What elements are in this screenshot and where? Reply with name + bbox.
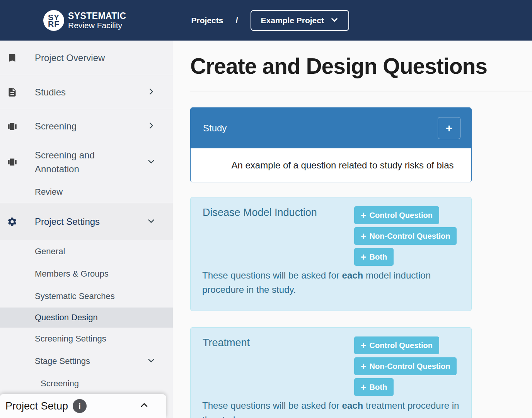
sidebar-item-label: Stage Settings	[35, 356, 90, 366]
sidebar-item-stage-settings[interactable]: Stage Settings	[0, 350, 173, 372]
sidebar-item-label: Question Design	[35, 313, 98, 323]
carousel-icon	[7, 157, 17, 167]
sidebar-item-question-design[interactable]: Question Design	[0, 308, 173, 328]
project-setup-label: Project Setup	[5, 400, 68, 412]
sidebar-item-label: Review	[35, 187, 63, 197]
sidebar-item-label: Screening	[35, 121, 77, 132]
description-text: These questions will be asked for	[202, 400, 342, 411]
sidebar-item-label: Systematic Searches	[35, 291, 115, 301]
chevron-up-icon	[140, 401, 149, 411]
sidebar-item-studies[interactable]: Studies	[0, 75, 173, 109]
app-header: SY RF SYSTEMATIC Review Facility Project…	[0, 0, 532, 41]
disease-model-induction-card: Disease Model Induction + Control Questi…	[190, 197, 472, 311]
plus-icon: +	[361, 341, 367, 350]
sidebar-item-label: General	[35, 246, 65, 257]
sidebar-item-review[interactable]: Review	[0, 181, 173, 203]
title-divider	[190, 92, 532, 92]
plus-icon: +	[361, 211, 367, 220]
chevron-down-icon	[147, 356, 155, 366]
add-non-control-question-button[interactable]: + Non-Control Question	[354, 227, 457, 245]
treatment-card: Treatment + Control Question + Non-Contr…	[190, 327, 472, 418]
add-both-question-button[interactable]: + Both	[354, 248, 394, 266]
category-title: Treatment	[203, 337, 250, 349]
description-emphasis: each	[342, 270, 363, 280]
sidebar-item-label: Project Overview	[35, 53, 105, 63]
app-logo[interactable]: SY RF SYSTEMATIC Review Facility	[43, 10, 126, 31]
chevron-right-icon	[147, 87, 155, 97]
sidebar-item-screening[interactable]: Screening	[0, 109, 173, 143]
logo-monogram-bottom: RF	[48, 20, 60, 27]
study-question-text: An example of a question related to stud…	[232, 160, 454, 171]
plus-icon: +	[361, 231, 367, 241]
button-label: Control Question	[370, 341, 433, 350]
category-description: These questions will be asked for each m…	[202, 268, 459, 297]
plus-icon: +	[361, 382, 367, 392]
sidebar-item-general[interactable]: General	[0, 240, 173, 263]
breadcrumb-separator: /	[235, 15, 238, 25]
add-control-question-button[interactable]: + Control Question	[354, 336, 439, 354]
sidebar-item-label: Screening and Annotation	[35, 148, 118, 176]
button-label: Both	[370, 253, 387, 262]
carousel-icon	[7, 121, 17, 132]
breadcrumb: Projects / Example Project	[191, 10, 349, 31]
project-selector-button[interactable]: Example Project	[251, 10, 349, 31]
sidebar-item-screening-settings[interactable]: Screening Settings	[0, 328, 173, 350]
bookmark-icon	[7, 53, 17, 63]
project-setup-panel-header[interactable]: Project Setup i	[0, 394, 166, 418]
plus-icon: +	[361, 362, 367, 371]
chevron-down-icon	[147, 157, 155, 167]
category-description: These questions will be asked for each t…	[202, 398, 459, 418]
sidebar-item-systematic-searches[interactable]: Systematic Searches	[0, 285, 173, 308]
chevron-right-icon	[147, 121, 155, 131]
add-both-question-button[interactable]: + Both	[354, 378, 394, 396]
chevron-down-icon	[147, 217, 155, 227]
sidebar-item-stage-screening[interactable]: Screening	[0, 372, 173, 395]
add-study-question-button[interactable]: +	[438, 117, 460, 139]
logo-title-line2: Review Facility	[68, 21, 126, 30]
study-card-title: Study	[203, 123, 438, 134]
breadcrumb-projects-link[interactable]: Projects	[191, 16, 223, 25]
description-text: These questions will be asked for	[202, 270, 342, 280]
button-label: Non-Control Question	[370, 362, 450, 371]
gear-icon	[7, 217, 17, 227]
button-label: Control Question	[370, 211, 433, 220]
sidebar-item-project-overview[interactable]: Project Overview	[0, 41, 173, 75]
info-icon[interactable]: i	[73, 399, 87, 413]
sidebar-item-label: Members & Groups	[35, 269, 109, 279]
button-label: Non-Control Question	[370, 232, 450, 241]
sidebar-item-label: Screening Settings	[35, 334, 106, 344]
project-selector-label: Example Project	[261, 16, 324, 25]
sidebar-item-label: Studies	[35, 87, 66, 98]
logo-title-line1: SYSTEMATIC	[68, 11, 126, 21]
sidebar: Project Overview Studies Screening Scree…	[0, 41, 173, 418]
logo-text: SYSTEMATIC Review Facility	[68, 11, 126, 30]
study-question-card: Study + An example of a question related…	[190, 107, 472, 182]
document-icon	[7, 87, 17, 97]
sidebar-item-members-groups[interactable]: Members & Groups	[0, 263, 173, 285]
category-title: Disease Model Induction	[203, 207, 317, 219]
page-title: Create and Design Questions	[190, 53, 532, 79]
description-emphasis: each	[342, 400, 363, 411]
question-buttons: + Control Question + Non-Control Questio…	[354, 336, 457, 396]
chevron-down-icon	[330, 15, 339, 25]
sidebar-item-label: Project Settings	[35, 216, 100, 227]
button-label: Both	[370, 383, 387, 392]
syrf-logo-icon: SY RF	[43, 10, 64, 31]
main-content: Create and Design Questions Study + An e…	[173, 41, 532, 418]
study-question-row[interactable]: An example of a question related to stud…	[191, 148, 471, 182]
question-buttons: + Control Question + Non-Control Questio…	[354, 206, 457, 266]
study-card-header: Study +	[191, 108, 471, 148]
sidebar-item-label: Screening	[41, 379, 79, 389]
sidebar-item-project-settings[interactable]: Project Settings	[0, 203, 173, 240]
sidebar-item-screening-and-annotation[interactable]: Screening and Annotation	[0, 143, 173, 181]
add-control-question-button[interactable]: + Control Question	[354, 206, 439, 224]
add-non-control-question-button[interactable]: + Non-Control Question	[354, 357, 457, 375]
plus-icon: +	[361, 252, 367, 262]
